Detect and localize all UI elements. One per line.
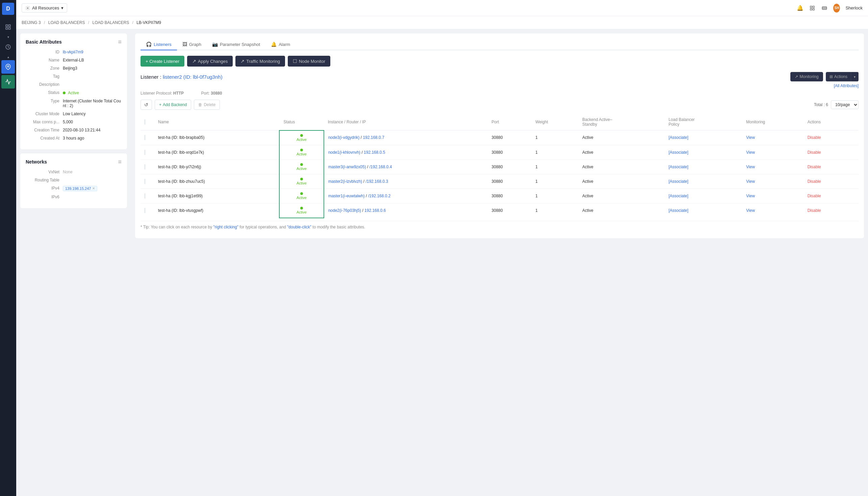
user-area[interactable]: Sherlock bbox=[846, 5, 863, 11]
ip-link[interactable]: /192.168.0.3 bbox=[365, 179, 388, 184]
row-checkbox[interactable] bbox=[145, 179, 145, 184]
row-actions: Disable bbox=[804, 188, 858, 203]
svg-rect-7 bbox=[810, 6, 812, 8]
row-checkbox-cell bbox=[141, 188, 154, 203]
basic-attributes-menu[interactable]: ≡ bbox=[118, 39, 122, 45]
instance-link[interactable]: master2(i-lzvblvzh) bbox=[328, 179, 362, 184]
disable-link[interactable]: Disable bbox=[807, 193, 821, 198]
instance-link[interactable]: node3(i-vdgydrik) bbox=[328, 135, 360, 140]
ip-link[interactable]: /192.168.0.2 bbox=[368, 193, 391, 198]
view-link[interactable]: View bbox=[746, 193, 755, 198]
user-icon[interactable]: SH bbox=[833, 5, 840, 12]
tab-graph-label: Graph bbox=[189, 42, 201, 47]
attr-id-value[interactable]: lb-vkpii7m9 bbox=[63, 50, 122, 55]
attr-name-value: External-LB bbox=[63, 58, 122, 62]
sidebar-item-2[interactable] bbox=[1, 40, 15, 54]
monitoring-button[interactable]: ↗ Monitoring bbox=[790, 72, 823, 81]
networks-menu[interactable]: ≡ bbox=[118, 159, 122, 165]
disable-link[interactable]: Disable bbox=[807, 135, 821, 140]
breadcrumb-item-2[interactable]: LOAD BALANCERS bbox=[92, 20, 129, 25]
th-instance: Instance / Router / IP bbox=[324, 114, 488, 130]
view-link[interactable]: View bbox=[746, 179, 755, 184]
row-status: Active bbox=[279, 159, 324, 174]
delete-button[interactable]: 🗑 Delete bbox=[194, 100, 220, 110]
attr-tag: Tag bbox=[26, 74, 122, 79]
tab-listeners[interactable]: 🎧 Listeners bbox=[141, 39, 177, 50]
disable-link[interactable]: Disable bbox=[807, 165, 821, 169]
instance-link[interactable]: node2(i-76p03hj5) bbox=[328, 208, 361, 213]
tab-bar: 🎧 Listeners 🖼 Graph 📷 Parameter Snapshot… bbox=[141, 39, 858, 50]
status-label: Active bbox=[297, 196, 307, 200]
associate-link[interactable]: [Associate] bbox=[668, 208, 688, 213]
apply-changes-button[interactable]: ↗ Apply Changes bbox=[187, 56, 233, 66]
view-link[interactable]: View bbox=[746, 135, 755, 140]
grid-icon[interactable] bbox=[809, 5, 816, 12]
traffic-monitoring-button[interactable]: ↗ Traffic Monitoring bbox=[235, 56, 285, 66]
actions-button[interactable]: ⊞ Actions bbox=[826, 72, 851, 81]
per-page-select[interactable]: 10/page 20/page 50/page bbox=[831, 100, 858, 109]
tab-alarm[interactable]: 🔔 Alarm bbox=[266, 39, 296, 50]
select-all-checkbox[interactable] bbox=[145, 119, 145, 125]
refresh-button[interactable]: ↺ bbox=[141, 100, 152, 110]
associate-link[interactable]: [Associate] bbox=[668, 135, 688, 140]
ip-link[interactable]: /192.168.0.4 bbox=[369, 165, 392, 169]
status-cell: Active bbox=[284, 149, 319, 156]
row-checkbox[interactable] bbox=[145, 193, 145, 199]
sidebar-collapse-1[interactable]: ▾ bbox=[7, 35, 9, 39]
status-dot-green bbox=[300, 149, 303, 151]
ipv4-address[interactable]: 139.198.15.247 bbox=[65, 186, 91, 190]
ipv4-remove[interactable]: ✕ bbox=[92, 186, 95, 190]
associate-link[interactable]: [Associate] bbox=[668, 193, 688, 198]
row-port: 30880 bbox=[487, 174, 531, 188]
disable-link[interactable]: Disable bbox=[807, 150, 821, 155]
associate-link[interactable]: [Associate] bbox=[668, 165, 688, 169]
tab-graph[interactable]: 🖼 Graph bbox=[177, 39, 207, 50]
actions-dropdown-arrow[interactable]: ▾ bbox=[851, 72, 858, 81]
sidebar-item-active[interactable] bbox=[1, 60, 15, 74]
row-checkbox[interactable] bbox=[145, 150, 145, 155]
row-checkbox[interactable] bbox=[145, 208, 145, 213]
disable-link[interactable]: Disable bbox=[807, 208, 821, 213]
breadcrumb-item-0[interactable]: BEIJING 3 bbox=[21, 20, 41, 25]
add-backend-button[interactable]: + Add Backend bbox=[155, 100, 191, 110]
breadcrumb: BEIJING 3 / LOAD BALANCERS / LOAD BALANC… bbox=[16, 16, 868, 29]
all-attributes-link[interactable]: [All Attributes] bbox=[834, 83, 858, 88]
ip-link[interactable]: 192.168.0.5 bbox=[364, 150, 385, 155]
attr-type-value: Internet (Cluster Node Total Count : 2) bbox=[63, 99, 122, 108]
bell-icon[interactable]: 🔔 bbox=[797, 5, 804, 12]
associate-link[interactable]: [Associate] bbox=[668, 150, 688, 155]
instance-link[interactable]: master1(i-euwtalwh) bbox=[328, 193, 365, 198]
create-listener-button[interactable]: + Create Listener bbox=[141, 56, 185, 66]
associate-link[interactable]: [Associate] bbox=[668, 179, 688, 184]
attr-cluster-mode: Cluster Mode Low Latency bbox=[26, 111, 122, 116]
sidebar-item-1[interactable] bbox=[1, 20, 15, 34]
instance-sep: / bbox=[366, 193, 368, 198]
view-link[interactable]: View bbox=[746, 150, 755, 155]
ticket-icon[interactable] bbox=[821, 5, 828, 12]
view-link[interactable]: View bbox=[746, 165, 755, 169]
table-row: test-ha (ID: lbb-zhuu7uc5) Active master… bbox=[141, 174, 858, 188]
instance-link[interactable]: node1(i-khlovnvh) bbox=[328, 150, 360, 155]
ip-link[interactable]: 192.168.0.7 bbox=[363, 135, 384, 140]
sidebar-collapse-2[interactable]: ▴ bbox=[7, 55, 9, 59]
row-checkbox[interactable] bbox=[145, 135, 145, 140]
tip-mid-text: for typical operations, and bbox=[239, 225, 287, 229]
view-link[interactable]: View bbox=[746, 208, 755, 213]
row-checkbox[interactable] bbox=[145, 164, 145, 170]
row-checkbox-cell bbox=[141, 159, 154, 174]
status-cell: Active bbox=[284, 207, 319, 214]
resource-selector[interactable]: All Resources ▾ bbox=[21, 3, 67, 13]
ip-link[interactable]: 192.168.0.6 bbox=[364, 208, 386, 213]
node-monitor-button[interactable]: ☐ Node Monitor bbox=[288, 56, 330, 66]
tab-parameter-snapshot[interactable]: 📷 Parameter Snapshot bbox=[207, 39, 266, 50]
svg-rect-0 bbox=[6, 25, 7, 26]
row-port: 30880 bbox=[487, 159, 531, 174]
instance-link[interactable]: master3(i-anw9zx05) bbox=[328, 165, 366, 169]
breadcrumb-item-1[interactable]: LOAD BALANCERS bbox=[48, 20, 85, 25]
row-lb-policy: [Associate] bbox=[664, 130, 742, 145]
basic-attributes-card: Basic Attributes ≡ ID lb-vkpii7m9 Name E… bbox=[20, 33, 127, 149]
disable-link[interactable]: Disable bbox=[807, 179, 821, 184]
row-monitoring: View bbox=[742, 174, 803, 188]
row-backend-active: Active bbox=[578, 174, 665, 188]
sidebar-item-3[interactable] bbox=[1, 75, 15, 89]
